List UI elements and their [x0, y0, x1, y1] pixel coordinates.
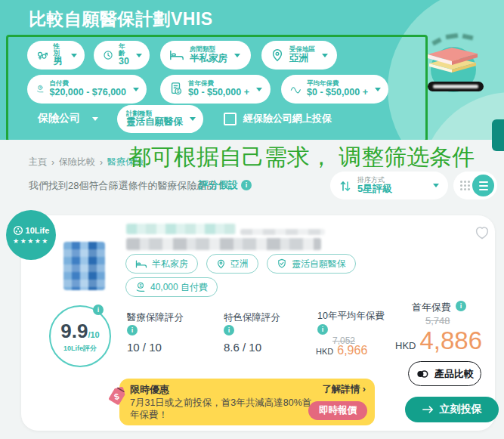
floating-edge-widget[interactable] — [492, 119, 504, 151]
results-count-text: 我們找到28個符合篩選條件的醫療保險產品！ — [29, 179, 226, 193]
breadcrumb-separator: › — [51, 157, 54, 168]
checkbox-label: 經保險公司網上投保 — [243, 112, 332, 125]
product-name-blurred-line2 — [126, 238, 321, 250]
plan-type-dropdown[interactable]: 計劃種類靈活自願醫保 — [117, 105, 203, 133]
filter-value: 半私家房 — [190, 54, 227, 64]
info-icon[interactable] — [317, 324, 328, 335]
breadcrumb: 主頁 › 保險比較 › 醫療保險 — [29, 156, 144, 168]
arrow-right-icon — [422, 405, 434, 414]
filter-avg-premium[interactable]: 平均年保費$0 - $50,000 + — [281, 75, 388, 104]
promo-body-text: 7月31日或之前投保，首3年共減高達80%首年保費！ — [130, 397, 313, 422]
tag-label: 亞洲 — [230, 258, 249, 271]
tag-deductible: $ 40,000 自付費 — [125, 277, 218, 297]
filter-label: 性別 — [53, 43, 64, 57]
sort-dropdown[interactable]: 排序方式 5星評級 — [330, 172, 448, 199]
avg-premium-label: 10年平均年保費 — [317, 310, 385, 323]
filter-deductible[interactable]: $ 自付費$20,000 - $76,000 — [27, 75, 147, 104]
svg-text:$: $ — [139, 283, 141, 287]
first-premium-original: 5,748 — [425, 315, 450, 326]
10life-rating-badge: 10Life ★★★★★ — [6, 210, 56, 260]
books-sticker[interactable] — [422, 30, 497, 98]
grid-view-icon[interactable] — [459, 180, 471, 191]
filter-gender[interactable]: 性別男 — [27, 41, 85, 70]
chevron-down-icon — [322, 54, 328, 57]
price-tag-icon: $ — [104, 384, 131, 411]
sticker-arc-text-blur — [446, 33, 459, 39]
compare-circles-icon — [416, 369, 429, 379]
score-assumptions-link[interactable]: 評分假設 — [199, 178, 252, 192]
sort-arrows-icon — [339, 179, 351, 193]
view-toggle — [453, 172, 497, 199]
filter-value: 30 — [119, 57, 129, 67]
first-premium-discounted: 4,886 — [419, 326, 482, 355]
feature-score-value: 8.6 / 10 — [224, 341, 261, 354]
info-icon[interactable] — [224, 325, 234, 335]
shield-check-icon — [277, 258, 287, 269]
filter-value: 亞洲 — [289, 54, 315, 64]
currency-label: HKD — [395, 340, 416, 351]
page: 比較自願醫保計劃VHIS 性別男 年齡30 房間類型半私家房 — [0, 0, 504, 439]
product-name-blurred-line1 — [126, 224, 236, 234]
bed-icon — [169, 48, 184, 62]
filter-label: 年齡 — [119, 43, 129, 57]
apply-now-button[interactable]: 立刻投保 — [405, 397, 499, 422]
filter-value: 男 — [53, 57, 64, 67]
promo-title: 限時優惠 — [130, 383, 169, 397]
promo-details-link[interactable]: 了解詳情 › — [322, 383, 366, 396]
list-view-icon[interactable] — [472, 175, 494, 196]
promo-banner: $ 限時優惠 了解詳情 › 7月31日或之前投保，首3年共減高達80%首年保費！… — [119, 379, 375, 425]
medical-score-value: 10 / 10 — [127, 341, 162, 354]
page-title: 比較自願醫保計劃VHIS — [29, 8, 213, 31]
plan-type-value: 靈活自願醫保 — [126, 117, 183, 128]
filter-value: $20,000 - $76,000 — [50, 88, 126, 98]
feature-score-label: 特色保障評分 — [224, 311, 280, 324]
first-premium-price: HKD 4,886 — [395, 326, 482, 355]
checkbox[interactable] — [224, 113, 237, 125]
chevron-down-icon — [234, 54, 240, 57]
chevron-down-icon — [190, 117, 196, 121]
chevron-down-icon — [256, 88, 262, 91]
chevron-down-icon — [71, 54, 77, 57]
filter-age[interactable]: 年齡30 — [94, 41, 150, 70]
info-icon[interactable] — [241, 180, 252, 190]
info-icon[interactable] — [127, 325, 138, 335]
insurer-logo-blurred — [63, 242, 105, 290]
tag-region: 亞洲 — [206, 254, 258, 274]
product-tags-row1: 半私家房 亞洲 靈活自願醫保 — [125, 254, 356, 274]
svg-text:$: $ — [177, 88, 180, 94]
tag-label: 靈活自願醫保 — [292, 258, 346, 271]
avg-premium-discounted: 6,966 — [337, 344, 367, 357]
overall-score-circle: 9.9 /10 10Life評分 — [49, 305, 111, 367]
online-apply-checkbox-row[interactable]: 經保險公司網上投保 — [224, 112, 332, 125]
breadcrumb-compare[interactable]: 保險比較 — [59, 156, 95, 168]
sticker-caption-pill — [428, 82, 484, 91]
sort-value: 5星評級 — [357, 184, 425, 195]
filter-region[interactable]: 受保地區亞洲 — [261, 41, 337, 70]
apply-button-label: 立刻投保 — [440, 403, 482, 416]
overall-score-max: /10 — [88, 330, 99, 339]
annotation-note: 都可根据自己需求， 调整筛选条件 — [128, 142, 475, 173]
instant-quote-button[interactable]: 即時報價 — [308, 401, 367, 420]
first-premium-label: 首年保費 — [412, 301, 451, 314]
pin-icon — [216, 259, 226, 269]
filter-room-type[interactable]: 房間類型半私家房 — [160, 41, 251, 70]
sticker-arc-text-blur — [462, 34, 474, 41]
filter-first-year-premium[interactable]: $ 首年保費$0 - $50,000 + — [160, 75, 271, 104]
coin-icon: $ — [36, 82, 45, 97]
chevron-down-icon — [136, 54, 142, 57]
info-icon[interactable] — [93, 305, 104, 315]
overall-score-caption: 10Life評分 — [63, 344, 97, 354]
compare-product-button[interactable]: 產品比較 — [408, 361, 481, 386]
10life-logo-icon — [13, 225, 23, 236]
badge-brand: 10Life — [26, 226, 50, 235]
breadcrumb-home[interactable]: 主頁 — [29, 156, 47, 168]
favorite-heart-icon[interactable] — [475, 226, 490, 240]
tag-plan-type: 靈活自願醫保 — [267, 254, 356, 274]
insurer-dropdown[interactable]: 保險公司 — [38, 112, 98, 125]
chevron-down-icon — [375, 88, 381, 91]
medical-score-label: 醫療保障評分 — [127, 311, 184, 324]
filter-value: $0 - $50,000 + — [307, 88, 368, 98]
sticker-caption-blur — [433, 85, 478, 88]
info-icon[interactable] — [456, 301, 466, 311]
bed-icon — [135, 259, 147, 269]
